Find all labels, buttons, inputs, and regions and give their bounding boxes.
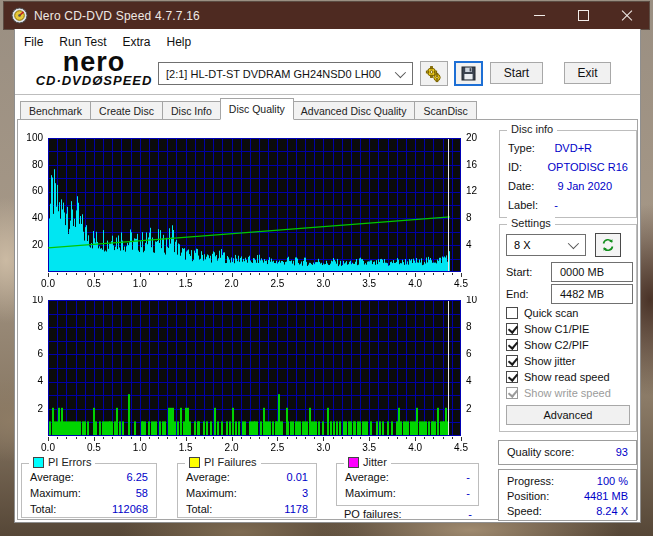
floppy-disk-icon <box>461 66 476 81</box>
position-value: 4481 MB <box>584 490 628 502</box>
checkbox-label: Show read speed <box>524 371 610 383</box>
start-position-value: 0000 MB <box>560 266 604 278</box>
end-position-value: 4482 MB <box>560 288 604 300</box>
minimize-icon <box>534 15 545 16</box>
tab-disc-info[interactable]: Disc Info <box>163 101 221 120</box>
checkbox-label: Quick scan <box>524 307 578 319</box>
jitter-group-title: Jitter <box>344 456 391 468</box>
drive-tools-button[interactable] <box>420 61 448 86</box>
scan-speed-value: 8 X <box>514 239 531 251</box>
checkbox-show-write-speed: Show write speed <box>506 386 611 400</box>
po-failures-value: - <box>468 508 472 520</box>
save-button[interactable] <box>454 61 483 86</box>
disc-id-value: OPTODISC R16 <box>548 161 629 173</box>
start-button[interactable]: Start <box>490 62 543 84</box>
checkbox-quick-scan[interactable]: Quick scan <box>506 306 578 320</box>
nero-logo-wordmark: nero <box>18 50 170 74</box>
close-icon <box>621 10 633 22</box>
menu-help[interactable]: Help <box>159 33 200 51</box>
refresh-icon <box>600 237 616 253</box>
disc-type-value: DVD+R <box>554 142 592 154</box>
start-position-label: Start: <box>506 266 532 278</box>
chevron-down-icon <box>395 66 406 77</box>
menu-file[interactable]: File <box>16 33 51 51</box>
checkbox-label: Show C2/PIF <box>524 339 589 351</box>
window-title: Nero CD-DVD Speed 4.7.7.16 <box>34 9 200 23</box>
po-failures-row: PO failures: - <box>344 508 472 520</box>
progress-label: Progress: <box>507 475 554 487</box>
settings-title: Settings <box>507 217 555 229</box>
advanced-button-label: Advanced <box>544 409 593 421</box>
chevron-down-icon <box>568 238 579 249</box>
tab-create-disc[interactable]: Create Disc <box>91 101 163 120</box>
disc-label-label: Label: <box>508 199 538 211</box>
pi-errors-group: PI Errors Average:6.25 Maximum:58 Total:… <box>21 463 157 518</box>
tab-advanced-disc-quality[interactable]: Advanced Disc Quality <box>293 101 416 120</box>
drive-select-combobox[interactable]: [2:1] HL-DT-ST DVDRAM GH24NSD0 LH00 <box>158 62 413 85</box>
checkbox-label: Show C1/PIE <box>524 323 589 335</box>
disc-type-label: Type: <box>508 142 535 154</box>
pi-failures-title-text: PI Failures <box>204 456 257 468</box>
checkbox-show-jitter[interactable]: Show jitter <box>506 354 575 368</box>
disc-label-value: - <box>554 199 558 211</box>
pi-failures-group: PI Failures Average:0.01 Maximum:3 Total… <box>177 463 317 518</box>
pi-errors-title-text: PI Errors <box>48 456 91 468</box>
maximize-icon <box>578 10 589 21</box>
speed-label: Speed: <box>507 505 542 517</box>
end-position-field[interactable]: 4482 MB <box>551 284 633 304</box>
header-separator <box>15 94 640 95</box>
scan-speed-select[interactable]: 8 X <box>506 234 586 256</box>
minimize-button[interactable] <box>517 2 561 29</box>
quality-score-label: Quality score: <box>507 446 574 458</box>
pie-maximum-label: Maximum: <box>30 487 81 499</box>
jitter-group: Jitter Average:- Maximum:- <box>336 463 479 506</box>
disc-date-value: 9 Jan 2020 <box>558 180 612 192</box>
pie-maximum-value: 58 <box>136 487 148 499</box>
pi-failures-swatch-icon <box>189 457 200 468</box>
maximize-button[interactable] <box>561 2 605 29</box>
pif-total-value: 1178 <box>284 503 308 515</box>
jitter-maximum-value: - <box>466 487 470 499</box>
checkbox-icon <box>506 355 518 367</box>
checkbox-show-c1-pie[interactable]: Show C1/PIE <box>506 322 589 336</box>
close-button[interactable] <box>605 2 649 29</box>
disc-info-group: Disc info Type:DVD+R ID:OPTODISC R16 Dat… <box>499 130 637 218</box>
start-position-field[interactable]: 0000 MB <box>551 262 633 282</box>
tab-disc-quality[interactable]: Disc Quality <box>220 98 294 120</box>
jitter-maximum-label: Maximum: <box>345 487 396 499</box>
jitter-average-value: - <box>466 471 470 483</box>
checkbox-show-c2-pif[interactable]: Show C2/PIF <box>506 338 589 352</box>
quality-score-panel: Quality score:93 <box>498 440 637 465</box>
disc-id-label: ID: <box>508 161 522 173</box>
checkbox-icon <box>506 387 518 399</box>
tab-strip: Benchmark Create Disc Disc Info Disc Qua… <box>20 100 477 120</box>
exit-button-label: Exit <box>577 66 597 80</box>
titlebar[interactable]: Nero CD-DVD Speed 4.7.7.16 <box>4 2 649 29</box>
nero-logo-subtitle: CD·DVDØSPEED <box>18 74 170 88</box>
pie-total-label: Total: <box>30 503 56 515</box>
exit-button[interactable]: Exit <box>564 62 611 84</box>
pie-average-value: 6.25 <box>127 471 148 483</box>
checkbox-icon <box>506 371 518 383</box>
advanced-button[interactable]: Advanced <box>506 405 630 425</box>
disc-info-title: Disc info <box>507 123 557 135</box>
checkbox-icon <box>506 323 518 335</box>
refresh-button[interactable] <box>595 233 621 257</box>
window-controls <box>517 2 649 29</box>
end-position-label: End: <box>506 288 529 300</box>
pif-maximum-value: 3 <box>302 487 308 499</box>
checkbox-icon <box>506 339 518 351</box>
start-button-label: Start <box>504 66 529 80</box>
tab-scandisc[interactable]: ScanDisc <box>415 101 476 120</box>
app-icon <box>11 7 28 24</box>
jitter-swatch-icon <box>348 457 359 468</box>
disc-date-label: Date: <box>508 180 534 192</box>
tab-benchmark[interactable]: Benchmark <box>20 101 91 120</box>
pif-maximum-label: Maximum: <box>186 487 237 499</box>
quality-score-value: 93 <box>616 446 628 458</box>
checkbox-show-read-speed[interactable]: Show read speed <box>506 370 610 384</box>
checkbox-label: Show jitter <box>524 355 575 367</box>
nero-logo: nero CD·DVDØSPEED <box>18 50 170 90</box>
gold-gears-icon <box>425 65 443 83</box>
pi-errors-chart <box>22 130 488 292</box>
